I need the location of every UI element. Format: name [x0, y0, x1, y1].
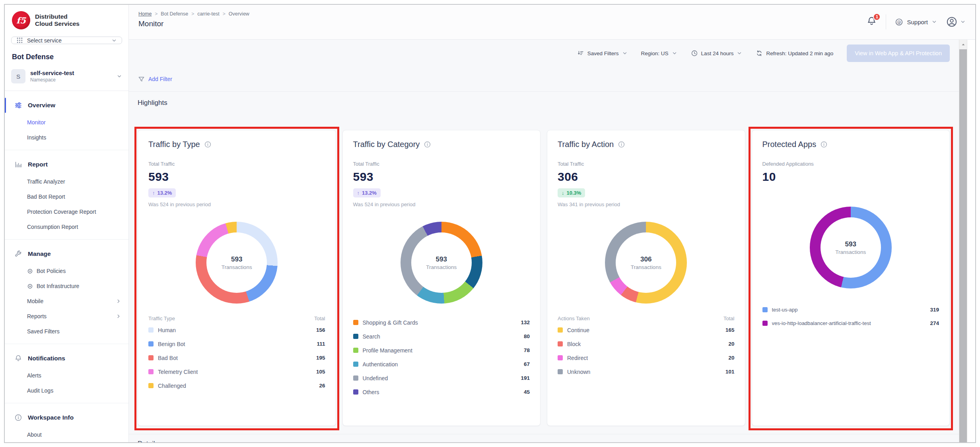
donut-center-label: Transactions	[222, 264, 252, 270]
legend-value: 20	[724, 341, 734, 347]
legend-label: Block	[567, 341, 581, 347]
donut-chart-traffic-by-action[interactable]: 306 Transactions	[605, 222, 687, 304]
legend-row-continue[interactable]: Continue165	[558, 323, 735, 337]
chevron-right-icon	[116, 313, 121, 319]
view-in-waap-button[interactable]: View in Web App & API Protection	[847, 45, 950, 62]
sidebar-item-monitor[interactable]: Monitor	[5, 115, 128, 130]
sidebar-item-bot-infrastructure[interactable]: Bot Infrastructure	[5, 279, 128, 294]
card-title: Traffic by Type	[148, 140, 200, 149]
info-icon[interactable]	[204, 141, 212, 148]
delta-arrow-up-icon: ↑	[152, 190, 155, 196]
grid-icon	[16, 37, 23, 44]
eye-icon	[27, 268, 33, 274]
sidebar-item-audit-logs[interactable]: Audit Logs	[5, 383, 128, 398]
saved-filters-dropdown[interactable]: Saved Filters	[577, 50, 628, 57]
donut-chart-protected-apps[interactable]: 593 Transactions	[810, 207, 892, 288]
eye-icon	[27, 283, 33, 289]
legend-row-benign-bot[interactable]: Benign Bot111	[148, 337, 325, 351]
legend-swatch	[353, 320, 358, 325]
brand[interactable]: f5 Distributed Cloud Services	[5, 5, 128, 35]
delta-value: 10.3%	[567, 190, 581, 196]
stat-value: 593	[353, 170, 530, 184]
legend-label: Others	[363, 389, 379, 395]
donut-chart-traffic-by-category[interactable]: 593 Transactions	[401, 222, 482, 304]
card-title: Traffic by Action	[558, 140, 614, 149]
sidebar-item-manage[interactable]: Manage	[5, 244, 128, 263]
legend-row-ves-io-http-loadbalancer-artificial-traffic-test[interactable]: ves-io-http-loadbalancer-artificial-traf…	[762, 316, 939, 330]
sidebar-item-about[interactable]: About	[5, 427, 128, 442]
legend-row-search[interactable]: Search80	[353, 329, 530, 343]
time-range-label: Last 24 hours	[701, 50, 734, 56]
delta-value: 13.2%	[362, 190, 377, 196]
breadcrumb-item-bot-defense[interactable]: Bot Defense	[161, 11, 188, 17]
sidebar-item-traffic-analyzer[interactable]: Traffic Analyzer	[5, 174, 128, 189]
legend-row-redirect[interactable]: Redirect20	[558, 351, 735, 365]
refresh-button[interactable]: Refresh: Updated 2 min ago	[756, 50, 833, 57]
donut-area: 306 Transactions	[558, 222, 735, 304]
sidebar-item-bot-policies[interactable]: Bot Policies	[5, 263, 128, 279]
wrench-icon	[14, 250, 22, 258]
legend-value: 165	[721, 327, 735, 333]
sidebar-item-report[interactable]: Report	[5, 155, 128, 174]
nav-item-label: Saved Filters	[27, 328, 60, 335]
donut-chart-traffic-by-type[interactable]: 593 Transactions	[196, 222, 278, 304]
legend-row-undefined[interactable]: Undefined191	[353, 371, 530, 385]
legend-row-human[interactable]: Human156	[148, 323, 325, 337]
svg-text:@: @	[897, 19, 901, 24]
breadcrumb: Home>Bot Defense>carrie-test>Overview	[138, 11, 249, 17]
sidebar-item-notifications[interactable]: Notifications	[5, 349, 128, 368]
sidebar-item-mobile[interactable]: Mobile	[5, 294, 128, 309]
scroll-up-arrow[interactable]	[959, 40, 967, 49]
donut-total: 593	[436, 255, 447, 263]
legend-label: Unknown	[567, 369, 590, 375]
chevron-down-icon	[672, 50, 677, 56]
namespace-selector[interactable]: S self-service-test Namespace	[5, 67, 128, 91]
legend-row-shopping-gift-cards[interactable]: Shopping & Gift Cards132	[353, 315, 530, 329]
time-range-dropdown[interactable]: Last 24 hours	[691, 50, 743, 57]
legend-row-block[interactable]: Block20	[558, 337, 735, 351]
scroll-thumb[interactable]	[959, 49, 967, 442]
legend-row-telemetry-client[interactable]: Telemetry Client105	[148, 365, 325, 379]
sidebar-item-saved-filters[interactable]: Saved Filters	[5, 324, 128, 339]
legend-row-bad-bot[interactable]: Bad Bot195	[148, 351, 325, 365]
legend-row-challenged[interactable]: Challenged26	[148, 379, 325, 393]
legend-row-others[interactable]: Others45	[353, 385, 530, 399]
add-filter-button[interactable]: Add Filter	[138, 75, 172, 83]
top-bar-actions: 1 @ Support	[866, 11, 966, 29]
scroll-gutter	[967, 40, 975, 442]
select-service-dropdown[interactable]: Select service	[11, 37, 122, 44]
info-icon[interactable]	[618, 141, 625, 148]
legend-row-unknown[interactable]: Unknown101	[558, 365, 735, 379]
account-menu[interactable]	[946, 16, 966, 28]
nav-group-overview: OverviewMonitorInsights	[5, 94, 128, 149]
legend: Shopping & Gift Cards132Search80Profile …	[353, 315, 530, 399]
sidebar-item-consumption-report[interactable]: Consumption Report	[5, 219, 128, 234]
notifications-button[interactable]: 1	[866, 16, 877, 28]
info-icon[interactable]	[424, 141, 431, 148]
details-title: Details	[129, 434, 975, 442]
sidebar-item-reports[interactable]: Reports	[5, 309, 128, 324]
info-icon[interactable]	[820, 141, 828, 148]
sidebar-item-alerts[interactable]: Alerts	[5, 368, 128, 383]
legend-value: 80	[520, 333, 530, 339]
legend-row-profile-management[interactable]: Profile Management78	[353, 343, 530, 357]
breadcrumb-item-home[interactable]: Home	[138, 11, 152, 17]
nav-item-label: Bad Bot Report	[27, 194, 65, 200]
delta-badge: ↑ 13.2%	[353, 188, 381, 197]
legend-row-authentication[interactable]: Authentication67	[353, 357, 530, 371]
legend-label: Challenged	[158, 383, 186, 389]
sidebar-item-insights[interactable]: Insights	[5, 130, 128, 145]
delta-arrow-down-icon: ↓	[562, 190, 564, 196]
scrollbar[interactable]	[959, 40, 967, 442]
region-label: Region: US	[641, 50, 669, 56]
sidebar-item-workspace-info[interactable]: Workspace Info	[5, 408, 128, 427]
breadcrumb-item-overview[interactable]: Overview	[229, 11, 249, 17]
breadcrumb-item-carrie-test[interactable]: carrie-test	[197, 11, 220, 17]
sidebar-item-bad-bot-report[interactable]: Bad Bot Report	[5, 189, 128, 204]
card-header: Protected Apps	[762, 140, 939, 149]
sidebar-item-overview[interactable]: Overview	[5, 96, 128, 115]
support-menu[interactable]: @ Support	[895, 18, 937, 26]
region-dropdown[interactable]: Region: US	[641, 50, 677, 56]
legend-row-test-us-app[interactable]: test-us-app319	[762, 303, 939, 316]
sidebar-item-protection-coverage-report[interactable]: Protection Coverage Report	[5, 204, 128, 219]
